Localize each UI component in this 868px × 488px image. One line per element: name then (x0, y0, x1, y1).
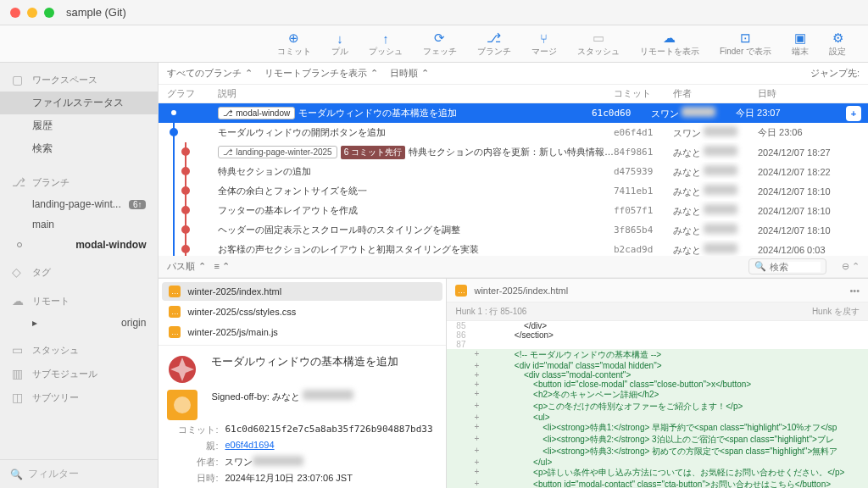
diff-file-name: winter-2025/index.html (474, 286, 568, 296)
svg-point-24 (174, 396, 191, 413)
sidebar-branches-head[interactable]: ⎇ブランチ (0, 170, 158, 194)
sidebar-remote-origin[interactable]: ▸ origin (0, 313, 158, 333)
svg-point-1 (170, 109, 177, 116)
sidebar-item-file-status[interactable]: ファイルステータス (0, 92, 158, 114)
sidebar-item-history[interactable]: 履歴 (0, 114, 158, 137)
zoom-icon[interactable] (44, 8, 54, 18)
parent-link[interactable]: e06f4d1694 (225, 440, 274, 452)
more-icon[interactable]: ••• (849, 286, 860, 296)
svg-point-18 (182, 226, 189, 233)
sidebar-subtree-head[interactable]: ◫サブツリー (0, 385, 158, 409)
commit-row[interactable]: ⎇ modal-window モーダルウィンドウの基本構造を追加61c0d60ス… (159, 103, 868, 123)
sidebar-workspace-head[interactable]: ▢ワークスペース (0, 68, 158, 92)
commit-date: 2024年12月10日 23:07:06 JST (225, 472, 352, 485)
minimize-icon[interactable] (27, 8, 37, 18)
toolbar-Finder で表示[interactable]: ⊡Finder で表示 (711, 29, 780, 59)
svg-point-15 (182, 207, 189, 214)
avatar (167, 390, 198, 420)
toolbar: ⊕コミット↓プル↑プッシュ⟳フェッチ⎇ブランチ⑂マージ▭スタッシュ☁リモートを表… (0, 25, 868, 63)
toolbar-プル[interactable]: ↓プル (323, 29, 357, 59)
toolbar-プッシュ[interactable]: ↑プッシュ (360, 29, 411, 59)
path-sort[interactable]: パス順 ⌃ (167, 260, 205, 273)
sidebar-tags-head[interactable]: ◇タグ (0, 260, 158, 284)
commit-row[interactable]: モーダルウィンドウの開閉ボタンを追加e06f4d1スワン 今日 23:06 (159, 123, 868, 142)
diff-body[interactable]: 85 </div>86 </section>87+ <!-- モーダルウィンドウ… (447, 321, 868, 488)
signed-off: Signed-off-by: みなと (211, 391, 299, 402)
toolbar-端末[interactable]: ▣端末 (783, 29, 817, 59)
commit-row[interactable]: ヘッダーの固定表示とスクロール時のスタイリングを調整3f865b4みなと 202… (159, 220, 868, 240)
search-input[interactable] (770, 262, 821, 272)
avatar (167, 354, 198, 385)
toolbar-リモートを表示[interactable]: ☁リモートを表示 (632, 29, 708, 59)
view-mode-icon[interactable]: ≡ ⌃ (214, 261, 230, 272)
filter-bar: すべてのブランチ ⌃ リモートブランチを表示 ⌃ 日時順 ⌃ ジャンプ先: (159, 63, 868, 85)
sidebar-remotes-head[interactable]: ☁リモート (0, 289, 158, 313)
file-item[interactable]: …winter-2025/index.html (162, 282, 442, 301)
commit-title: モーダルウィンドウの基本構造を追加 (211, 354, 398, 369)
toolbar-フェッチ[interactable]: ⟳フェッチ (415, 29, 465, 59)
window-title: sample (Git) (66, 6, 126, 19)
svg-point-6 (182, 148, 189, 155)
plus-icon[interactable]: + (846, 106, 861, 121)
hunk-label: Hunk 1 : 行 85-106 (455, 306, 526, 318)
commit-row[interactable]: お客様の声セクションのレイアウトと初期スタイリングを実装b2cad9dみなと 2… (159, 240, 868, 256)
commit-hash: 61c0d60215f2e7c5a8ab35f726b904887bd33 (225, 424, 432, 436)
file-item[interactable]: …winter-2025/css/styles.css (162, 302, 442, 321)
revert-hunk[interactable]: Hunk を戻す (812, 306, 860, 318)
window-controls (10, 8, 54, 18)
titlebar: sample (Git) (0, 0, 868, 25)
toolbar-スタッシュ[interactable]: ▭スタッシュ (569, 29, 628, 59)
commit-row[interactable]: フッターの基本レイアウトを作成ff057f1みなと 2024/12/07 18:… (159, 201, 868, 220)
sidebar-filter[interactable]: 🔍 フィルター (0, 459, 158, 488)
sidebar-branch-landing[interactable]: landing-page-wint...6↑ (0, 194, 158, 214)
toolbar-設定[interactable]: ⚙設定 (821, 29, 854, 59)
grid-header: グラフ 説明 コミット 作者 日時 (159, 85, 868, 103)
jump-label: ジャンプ先: (810, 67, 860, 80)
svg-point-21 (182, 246, 189, 252)
file-item[interactable]: …winter-2025/js/main.js (162, 323, 442, 341)
toolbar-ブランチ[interactable]: ⎇ブランチ (469, 29, 520, 59)
sidebar-branch-main[interactable]: main (0, 214, 158, 235)
sidebar-branch-modal-window[interactable]: modal-window (0, 235, 158, 255)
commit-author: スワン (225, 456, 253, 469)
sort-filter[interactable]: 日時順 ⌃ (390, 67, 429, 80)
commit-list[interactable]: ⎇ modal-window モーダルウィンドウの基本構造を追加61c0d60ス… (159, 103, 868, 256)
sidebar-stash-head[interactable]: ▭スタッシュ (0, 338, 158, 362)
sidebar-submodule-head[interactable]: ▥サブモジュール (0, 362, 158, 385)
diff-pane: … winter-2025/index.html ••• Hunk 1 : 行 … (447, 279, 868, 488)
search-box[interactable]: 🔍 (748, 258, 826, 274)
commit-row[interactable]: 全体の余白とフォントサイズを統一7411eb1みなと 2024/12/07 18… (159, 181, 868, 201)
files-pane: …winter-2025/index.html…winter-2025/css/… (159, 279, 447, 488)
path-bar: パス順 ⌃ ≡ ⌃ 🔍 ⊖ ⌃ (159, 256, 868, 278)
commit-row[interactable]: ⎇ landing-page-winter-2025 6 コミット先行 特典セク… (159, 142, 868, 162)
settings-icon[interactable]: ⊖ ⌃ (842, 261, 860, 272)
branch-filter[interactable]: すべてのブランチ ⌃ (167, 67, 253, 80)
remote-filter[interactable]: リモートブランチを表示 ⌃ (264, 67, 378, 80)
svg-point-9 (182, 168, 189, 175)
toolbar-マージ[interactable]: ⑂マージ (523, 29, 565, 59)
toolbar-コミット[interactable]: ⊕コミット (269, 29, 320, 59)
sidebar-item-search[interactable]: 検索 (0, 137, 158, 160)
file-icon: … (455, 285, 467, 297)
svg-point-12 (182, 187, 189, 194)
close-icon[interactable] (10, 8, 20, 18)
commit-row[interactable]: 特典セクションの追加d475939みなと 2024/12/07 18:22 (159, 162, 868, 181)
sidebar: ▢ワークスペース ファイルステータス 履歴 検索 ⎇ブランチ landing-p… (0, 63, 159, 488)
commit-detail: モーダルウィンドウの基本構造を追加 Signed-off-by: みなと コミッ… (159, 345, 446, 488)
svg-point-3 (170, 129, 177, 136)
